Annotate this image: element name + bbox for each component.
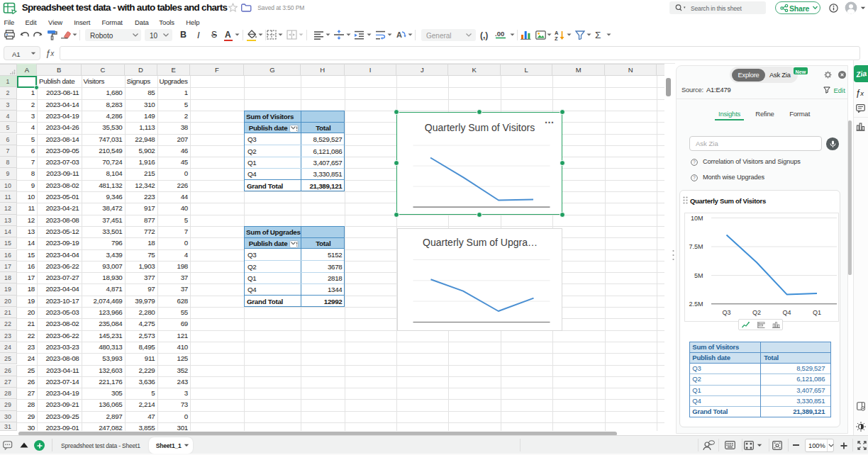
svg-text:.00: .00: [495, 30, 504, 38]
svg-text:A: A: [396, 30, 402, 39]
svg-text:?: ?: [693, 175, 696, 180]
svg-text:?: ?: [693, 159, 696, 164]
svg-text:Z: Z: [555, 35, 558, 41]
